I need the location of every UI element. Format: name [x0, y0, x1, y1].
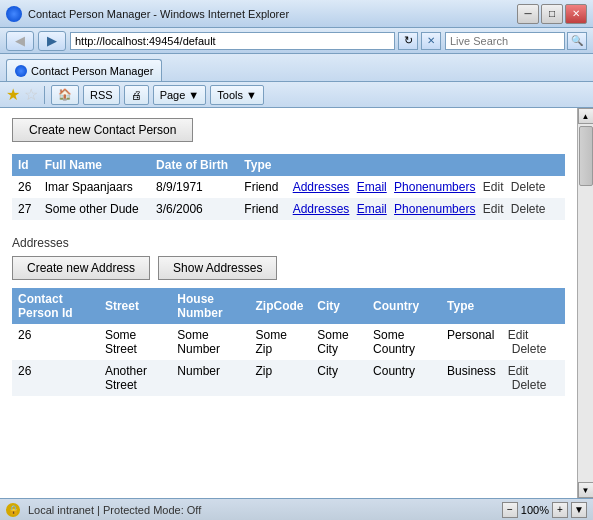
forward-button[interactable]: ▶: [38, 31, 66, 51]
print-button[interactable]: 🖨: [124, 85, 149, 105]
zoom-out-button[interactable]: −: [502, 502, 518, 518]
contact-id: 27: [12, 198, 39, 220]
phonenumbers-link-27[interactable]: Phonenumbers: [394, 202, 475, 216]
search-go-button[interactable]: 🔍: [567, 32, 587, 50]
addr-housenumber: Number: [171, 360, 249, 396]
addr-country: Some Country: [367, 324, 441, 360]
table-row: 26 Another Street Number Zip City Countr…: [12, 360, 565, 396]
tab-bar: Contact Person Manager: [0, 54, 593, 82]
window-title: Contact Person Manager - Windows Interne…: [28, 8, 511, 20]
addresses-link-26[interactable]: Addresses: [293, 180, 350, 194]
addr-cpid: 26: [12, 360, 99, 396]
scroll-up-button[interactable]: ▲: [578, 108, 594, 124]
tab-label: Contact Person Manager: [31, 65, 153, 77]
edit-link-26[interactable]: Edit: [483, 180, 504, 194]
addr-delete-link-1[interactable]: Delete: [512, 342, 547, 356]
addr-actions: Edit Delete: [502, 324, 565, 360]
back-button[interactable]: ◀: [6, 31, 34, 51]
col-header-id: Id: [12, 154, 39, 176]
create-contact-person-button[interactable]: Create new Contact Person: [12, 118, 193, 142]
page-menu-button[interactable]: Page ▼: [153, 85, 207, 105]
contact-links: Addresses Email Phonenumbers Edit Delete: [287, 198, 565, 220]
show-addresses-button[interactable]: Show Addresses: [158, 256, 277, 280]
col-header-type: Type: [238, 154, 286, 176]
addr-col-zipcode: ZipCode: [249, 288, 311, 324]
addr-edit-link-1[interactable]: Edit: [508, 328, 529, 342]
addr-type: Business: [441, 360, 502, 396]
contact-fullname: Imar Spaanjaars: [39, 176, 150, 198]
addr-zipcode: Some Zip: [249, 324, 311, 360]
addresses-section-label: Addresses: [12, 236, 565, 250]
addr-col-country: Country: [367, 288, 441, 324]
contacts-table: Id Full Name Date of Birth Type 26 Imar …: [12, 154, 565, 220]
scroll-down-button[interactable]: ▼: [578, 482, 594, 498]
addr-zipcode: Zip: [249, 360, 311, 396]
status-bar: 🔒 Local intranet | Protected Mode: Off −…: [0, 498, 593, 520]
content-area: Create new Contact Person Id Full Name D…: [0, 108, 593, 498]
addresses-link-27[interactable]: Addresses: [293, 202, 350, 216]
address-buttons: Create new Address Show Addresses: [12, 256, 565, 280]
minimize-button[interactable]: ─: [517, 4, 539, 24]
addr-country: Country: [367, 360, 441, 396]
delete-link-26[interactable]: Delete: [511, 180, 546, 194]
col-header-dob: Date of Birth: [150, 154, 238, 176]
col-header-fullname: Full Name: [39, 154, 150, 176]
create-address-button[interactable]: Create new Address: [12, 256, 150, 280]
contact-type: Friend: [238, 176, 286, 198]
addr-city: City: [311, 360, 367, 396]
tab-contact-person-manager[interactable]: Contact Person Manager: [6, 59, 162, 81]
zoom-menu-button[interactable]: ▼: [571, 502, 587, 518]
email-link-27[interactable]: Email: [357, 202, 387, 216]
toolbar-separator: [44, 86, 45, 104]
addr-delete-link-2[interactable]: Delete: [512, 378, 547, 392]
addr-actions: Edit Delete: [502, 360, 565, 396]
tab-icon: [15, 65, 27, 77]
addr-col-housenumber: House Number: [171, 288, 249, 324]
contact-fullname: Some other Dude: [39, 198, 150, 220]
close-button[interactable]: ✕: [565, 4, 587, 24]
maximize-button[interactable]: □: [541, 4, 563, 24]
window-controls: ─ □ ✕: [517, 4, 587, 24]
toolbar-bar: ★ ☆ 🏠 RSS 🖨 Page ▼ Tools ▼: [0, 82, 593, 108]
home-button[interactable]: 🏠: [51, 85, 79, 105]
edit-link-27[interactable]: Edit: [483, 202, 504, 216]
contact-dob: 3/6/2006: [150, 198, 238, 220]
table-row: 26 Some Street Some Number Some Zip Some…: [12, 324, 565, 360]
title-bar: Contact Person Manager - Windows Interne…: [0, 0, 593, 28]
addr-type: Personal: [441, 324, 502, 360]
contact-type: Friend: [238, 198, 286, 220]
search-input[interactable]: [445, 32, 565, 50]
addr-col-actions: [502, 288, 565, 324]
address-bar: ↻ ✕: [70, 32, 441, 50]
addr-street: Some Street: [99, 324, 171, 360]
url-input[interactable]: [70, 32, 395, 50]
zoom-control: − 100% + ▼: [502, 502, 587, 518]
phonenumbers-link-26[interactable]: Phonenumbers: [394, 180, 475, 194]
zoom-level: 100%: [521, 504, 549, 516]
addr-col-cpid: Contact Person Id: [12, 288, 99, 324]
favorites-star-icon[interactable]: ★: [6, 85, 20, 104]
contact-dob: 8/9/1971: [150, 176, 238, 198]
add-favorites-icon[interactable]: ☆: [24, 85, 38, 104]
delete-link-27[interactable]: Delete: [511, 202, 546, 216]
addr-col-city: City: [311, 288, 367, 324]
addresses-table: Contact Person Id Street House Number Zi…: [12, 288, 565, 396]
addr-col-street: Street: [99, 288, 171, 324]
addr-edit-link-2[interactable]: Edit: [508, 364, 529, 378]
rss-button[interactable]: RSS: [83, 85, 120, 105]
addr-street: Another Street: [99, 360, 171, 396]
contact-id: 26: [12, 176, 39, 198]
scroll-thumb[interactable]: [579, 126, 593, 186]
zoom-in-button[interactable]: +: [552, 502, 568, 518]
tools-menu-button[interactable]: Tools ▼: [210, 85, 264, 105]
refresh-button[interactable]: ↻: [398, 32, 418, 50]
stop-button[interactable]: ✕: [421, 32, 441, 50]
search-bar: 🔍: [445, 32, 587, 50]
nav-bar: ◀ ▶ ↻ ✕ 🔍: [0, 28, 593, 54]
email-link-26[interactable]: Email: [357, 180, 387, 194]
addr-city: Some City: [311, 324, 367, 360]
addr-col-type: Type: [441, 288, 502, 324]
main-content: Create new Contact Person Id Full Name D…: [0, 108, 577, 498]
addresses-section: Addresses Create new Address Show Addres…: [12, 236, 565, 396]
scrollbar[interactable]: ▲ ▼: [577, 108, 593, 498]
